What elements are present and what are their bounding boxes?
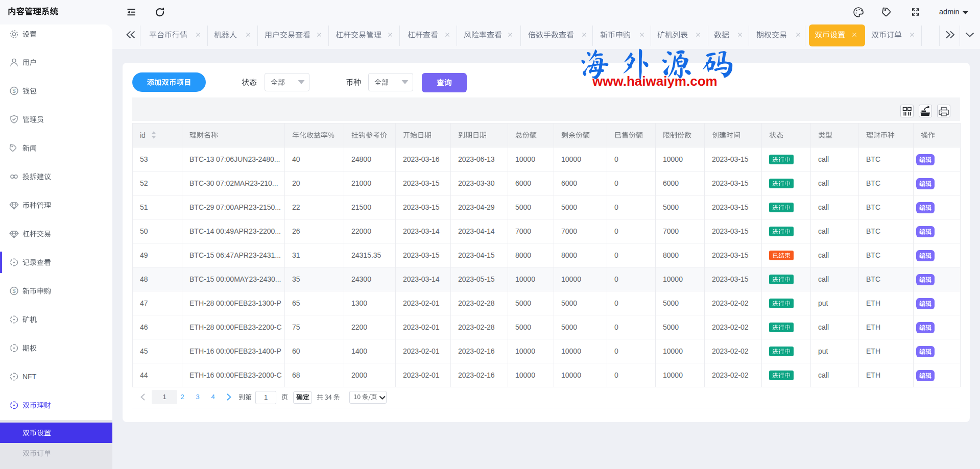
svg-text:$: $ [12,288,15,294]
svg-text:$: $ [12,88,15,94]
